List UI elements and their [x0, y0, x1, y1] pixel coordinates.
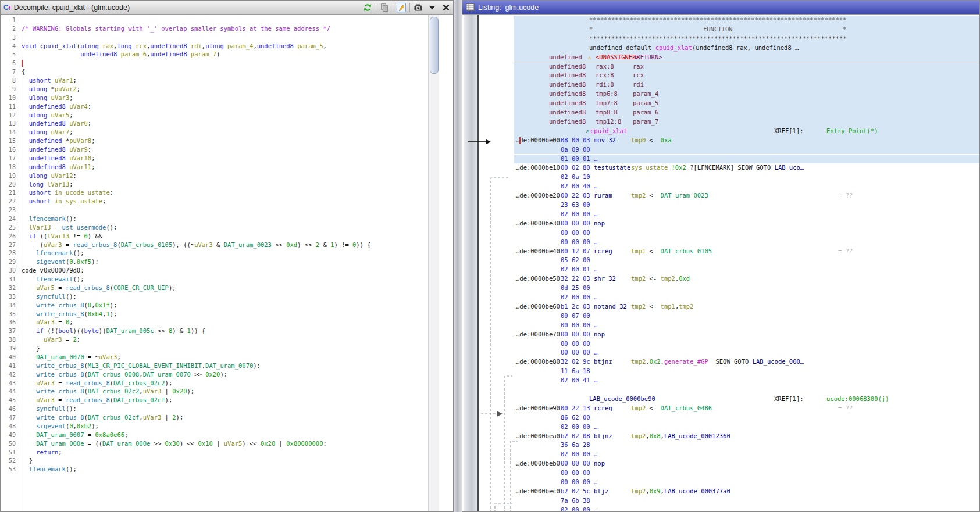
- decomp-line[interactable]: 16 undefined8 uVar9;: [1, 145, 91, 154]
- listing-row[interactable]: undefined8rdi:8rdi: [480, 80, 979, 89]
- listing-row[interactable]: …de:0000be8032 02 9cbtjnztmp2,0x2,genera…: [480, 357, 979, 367]
- scrollbar-thumb[interactable]: [430, 17, 439, 74]
- decomp-line[interactable]: 23: [1, 206, 22, 214]
- listing-row[interactable]: 7a 6b 38: [480, 496, 979, 506]
- listing-row[interactable]: …de:0000be0008 00 03mov_32tmp0 <- 0xa: [480, 136, 979, 145]
- copy-button[interactable]: [377, 2, 391, 13]
- listing-row[interactable]: 00 00 00: [480, 339, 979, 349]
- decomp-line[interactable]: 42 write_crbus_8(DAT_crbus_0008,DAT_uram…: [1, 370, 227, 379]
- decomp-line[interactable]: 26 if ((lVar13 != 0) &&: [1, 232, 102, 241]
- listing-row[interactable]: …de:0000be2000 22 03ruramtmp2 <- DAT_ura…: [480, 191, 979, 200]
- decomp-line[interactable]: 39 }: [1, 344, 40, 353]
- listing-titlebar[interactable]: Listing: glm.ucode: [462, 1, 979, 15]
- decomp-line[interactable]: 19 ulong uVar12;: [1, 171, 77, 180]
- decomp-line[interactable]: 48 sigevent(0,0xb2);: [1, 422, 99, 431]
- decomp-line[interactable]: 11 undefined8 uVar4;: [1, 102, 91, 111]
- decomp-line[interactable]: 7{: [1, 67, 25, 76]
- decomp-line[interactable]: 36 uVar3 = 0;: [1, 318, 73, 327]
- decomp-line[interactable]: 41 write_crbus_8(ML3_CR_PIC_GLOBAL_EVENT…: [1, 361, 261, 370]
- decomp-line[interactable]: 6: [1, 59, 22, 67]
- decomp-line[interactable]: 24 lfencemark();: [1, 214, 77, 223]
- decomp-line[interactable]: 43 uVar3 = read_crbus_8(DAT_crbus_02c2);: [1, 379, 172, 388]
- listing-row[interactable]: 0d 25 00: [480, 284, 979, 293]
- listing-row[interactable]: 00 00 00 …: [480, 348, 979, 357]
- decomp-line[interactable]: 25 lVar13 = ust_usermode();: [1, 223, 117, 232]
- decomp-line[interactable]: 20 long lVar13;: [1, 180, 73, 189]
- listing-row[interactable]: ****************************************…: [480, 34, 979, 44]
- listing-row[interactable]: undefined8tmp12:8param_7: [480, 117, 979, 127]
- decomp-line[interactable]: 29 sigevent(0,0xf5);: [1, 257, 99, 266]
- close-panel-button[interactable]: [439, 2, 453, 13]
- decomp-line[interactable]: 33 syncfull();: [1, 292, 77, 301]
- decomp-line[interactable]: 15 undefined *puVar8;: [1, 137, 95, 145]
- panel-menu-button[interactable]: [425, 2, 439, 13]
- listing-row[interactable]: 05 62 00: [480, 256, 979, 265]
- decomp-line[interactable]: 22 ushort in_sys_ustate;: [1, 197, 106, 206]
- decompile-code-area[interactable]: 12/* WARNING: Globals starting with '_' …: [1, 15, 428, 511]
- decomp-line[interactable]: 35 write_crbus_8(0xb4,1);: [1, 310, 117, 318]
- listing-row[interactable]: * FUNCTION *: [480, 25, 979, 34]
- listing-row[interactable]: 02 00 41 …: [480, 376, 979, 385]
- decomp-line[interactable]: 4void cpuid_xlat(ulong rax,long rcx,unde…: [1, 42, 327, 51]
- listing-row[interactable]: …de:0000be3000 00 00nop: [480, 219, 979, 228]
- listing-row[interactable]: …de:0000be7000 00 00nop: [480, 330, 979, 339]
- decomp-line[interactable]: 8 ushort uVar1;: [1, 76, 77, 85]
- listing-row[interactable]: …de:0000be4000 12 07rcregtmp1 <- DAT_crb…: [480, 247, 979, 256]
- listing-row[interactable]: …de:0000be9000 22 13rcregtmp2 <- DAT_crb…: [480, 404, 979, 413]
- decomp-line[interactable]: 53 lfencemark();: [1, 465, 77, 474]
- listing-row[interactable]: 23 63 00: [480, 200, 979, 210]
- decomp-line[interactable]: 9 ulong *puVar2;: [1, 85, 80, 94]
- decomp-line[interactable]: 34 write_crbus_8(0,0x1f);: [1, 301, 117, 310]
- decomp-line[interactable]: 47 write_crbus_8(DAT_crbus_02cf,uVar3 | …: [1, 413, 183, 422]
- listing-row[interactable]: 02 00 00 …: [480, 506, 979, 511]
- decomp-line[interactable]: 28 lfencemark();: [1, 249, 84, 257]
- decompile-titlebar[interactable]: Cf Decompile: cpuid_xlat - (glm.ucode): [1, 1, 453, 15]
- listing-row[interactable]: 00 00 00 …: [480, 478, 979, 487]
- listing-row[interactable]: 01 00 01 …: [480, 155, 979, 164]
- listing-row[interactable]: undefined8tmp7:8param_5: [480, 99, 979, 108]
- listing-row[interactable]: ****************************************…: [480, 16, 979, 25]
- listing-row[interactable]: 02 00 40 …: [480, 182, 979, 191]
- decomp-line[interactable]: 44 write_crbus_8(DAT_crbus_02c2,uVar3 | …: [1, 387, 194, 396]
- decomp-line[interactable]: 37 if (!(bool)((byte)(DAT_uram_005c >> 8…: [1, 327, 205, 335]
- listing-row[interactable]: 00 07 00: [480, 312, 979, 321]
- decomp-line[interactable]: 13 undefined8 uVar6;: [1, 119, 91, 128]
- decomp-line[interactable]: 38 uVar3 = 2;: [1, 335, 80, 344]
- decomp-line[interactable]: 10 ulong uVar3;: [1, 94, 73, 102]
- decomp-line[interactable]: 40 DAT_uram_0070 = ~uVar3;: [1, 353, 121, 361]
- listing-row[interactable]: LAB_ucode_0000be90XREF[1]:ucode:00068300…: [480, 395, 979, 404]
- listing-row[interactable]: undefined8tmp8:8param_6: [480, 108, 979, 117]
- listing-row[interactable]: …de:0000be5032 22 03shr_32tmp2 <- tmp2,0…: [480, 274, 979, 284]
- listing-row[interactable]: undefined8rcx:8rcx: [480, 71, 979, 80]
- listing-row[interactable]: undefined default cpuid_xlat(undefined8 …: [480, 44, 979, 53]
- decomp-line[interactable]: 49 DAT_uram_0007 = 0x8a0e66;: [1, 431, 128, 439]
- listing-row[interactable]: undefined8tmp6:8param_4: [480, 89, 979, 99]
- listing-row[interactable]: 00 00 00: [480, 228, 979, 238]
- decomp-line[interactable]: 31 lfencewait();: [1, 275, 84, 284]
- listing-row[interactable]: 02 00 00 …: [480, 450, 979, 459]
- listing-row[interactable]: undefined⚠<UNASSIGNED><RETURN>: [480, 53, 979, 62]
- decomp-line[interactable]: 2/* WARNING: Globals starting with '_' o…: [1, 24, 330, 33]
- listing-row[interactable]: 86 62 00: [480, 413, 979, 423]
- decomp-line[interactable]: 5 undefined8 param_6,undefined8 param_7): [1, 50, 220, 59]
- decomp-line[interactable]: 50 DAT_uram_000e = ((DAT_uram_000e >> 0x…: [1, 439, 327, 448]
- listing-row[interactable]: 02 00 00 …: [480, 423, 979, 432]
- listing-row[interactable]: 00 00 00: [480, 468, 979, 478]
- decomp-line[interactable]: 21 ushort in_ucode_ustate;: [1, 188, 113, 197]
- listing-row[interactable]: 00 00 00 …: [480, 321, 979, 330]
- listing-row[interactable]: ↗cpuid_xlatXREF[1]:Entry Point(*): [480, 127, 979, 136]
- decomp-line[interactable]: 27 (uVar3 = read_crbus_8(DAT_crbus_0105)…: [1, 241, 371, 249]
- listing-row[interactable]: …de:0000be60b1 2c 03notand_32tmp2 <- tmp…: [480, 302, 979, 312]
- listing-row[interactable]: …de:0000bea0b2 02 08btjnztmp2,0x8,LAB_uc…: [480, 432, 979, 441]
- decomp-line[interactable]: 14 ulong uVar7;: [1, 128, 73, 137]
- listing-row[interactable]: 02 00 01 …: [480, 265, 979, 274]
- listing-row[interactable]: [480, 385, 979, 395]
- listing-row[interactable]: 0a 09 00: [480, 145, 979, 155]
- decomp-line[interactable]: 18 undefined8 uVar11;: [1, 163, 95, 171]
- decomp-line[interactable]: 12 ulong uVar5;: [1, 111, 73, 120]
- listing-row[interactable]: 00 00 00 …: [480, 238, 979, 247]
- listing-row[interactable]: …de:0000be1000 02 80testustatesys_ustate…: [480, 163, 979, 173]
- refresh-button[interactable]: [361, 2, 375, 13]
- listing-row[interactable]: …de:0000bec0b2 02 5cbtjztmp2,0x9,LAB_uco…: [480, 487, 979, 496]
- decomp-line[interactable]: 32 uVar5 = read_crbus_8(CORE_CR_CUR_UIP)…: [1, 284, 176, 292]
